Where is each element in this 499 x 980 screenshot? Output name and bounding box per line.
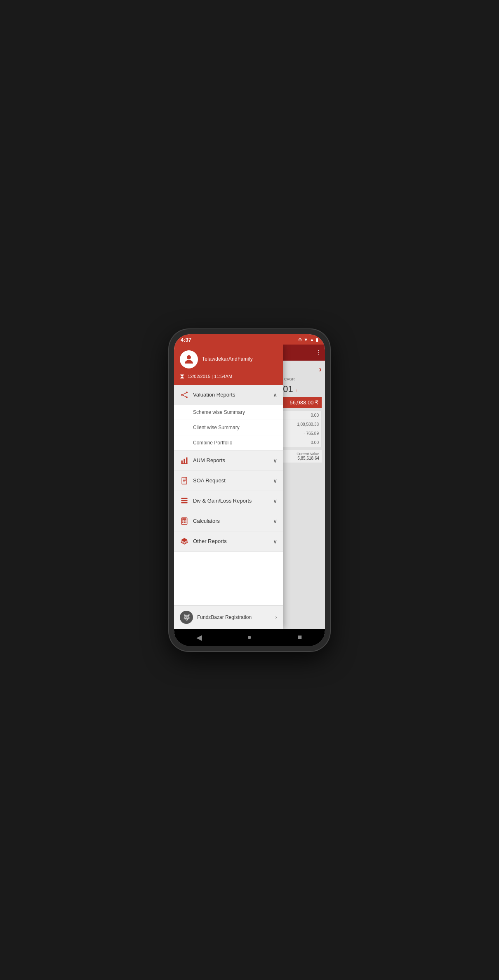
recents-button[interactable]: ■ — [294, 632, 305, 643]
wifi-icon: ▼ — [304, 337, 308, 342]
network-icon — [180, 390, 189, 399]
inbox-icon — [180, 496, 189, 505]
cagr-up-arrow-icon: ↑ — [296, 388, 298, 393]
scheme-wise-summary-item[interactable]: Scheme wise Summary — [174, 405, 283, 420]
layers-icon — [180, 537, 189, 546]
drawer-footer[interactable]: 🐺 FundzBazar Registration › — [174, 605, 283, 629]
menu-section-header-aum[interactable]: AUM Reports ∨ — [174, 451, 283, 470]
home-button[interactable]: ● — [244, 632, 255, 643]
drawer-header: TelawdekarAndFamily ⧗ 12/02/2015 | 11:54… — [174, 345, 283, 385]
menu-section-header-valuation[interactable]: Valuation Reports ∧ — [174, 385, 283, 405]
status-icons: ⊕ ▼ ▲ ▮ — [298, 337, 318, 342]
current-value-label: Current Value — [278, 452, 319, 456]
svg-rect-16 — [184, 520, 185, 522]
svg-point-0 — [187, 355, 191, 359]
svg-point-2 — [186, 392, 188, 393]
fundzbazar-label: FundzBazar Registration — [197, 614, 275, 620]
drawer-menu: Valuation Reports ∧ Scheme wise Summary … — [174, 385, 283, 605]
doc-icon — [180, 476, 189, 485]
status-bar: 4:37 ⊕ ▼ ▲ ▮ — [174, 334, 325, 345]
combine-portfolio-item[interactable]: Combine Portfolio — [174, 435, 283, 450]
svg-line-4 — [183, 393, 186, 394]
svg-point-3 — [186, 396, 188, 398]
screen-content: 4:37 ⊕ ▼ ▲ ▮ — [174, 334, 325, 646]
aum-chevron-icon: ∨ — [273, 457, 277, 464]
valuation-sub-items: Scheme wise Summary Client wise Summary … — [174, 405, 283, 450]
svg-rect-14 — [182, 518, 186, 520]
side-drawer: TelawdekarAndFamily ⧗ 12/02/2015 | 11:54… — [174, 345, 283, 629]
svg-rect-17 — [186, 520, 187, 522]
user-avatar-icon — [183, 353, 195, 366]
back-button[interactable]: ◀ — [194, 632, 205, 643]
signal-icon: ▲ — [310, 337, 314, 342]
other-reports-label: Other Reports — [193, 538, 273, 544]
battery-icon: ▮ — [316, 337, 318, 342]
menu-section-aum: AUM Reports ∨ — [174, 451, 283, 471]
drawer-user-row: TelawdekarAndFamily — [180, 350, 277, 368]
menu-section-header-div-gain[interactable]: Div & Gain/Loss Reports ∨ — [174, 491, 283, 511]
svg-rect-10 — [181, 498, 188, 499]
next-arrow-icon[interactable]: › — [319, 364, 322, 374]
soa-chevron-icon: ∨ — [273, 477, 277, 484]
nav-bar: ◀ ● ■ — [174, 629, 325, 646]
svg-rect-11 — [181, 500, 188, 501]
more-options-icon[interactable]: ⋮ — [315, 349, 322, 357]
other-reports-chevron-icon: ∨ — [273, 538, 277, 545]
current-value-amount: 5,85,618.64 — [278, 456, 319, 460]
svg-rect-19 — [184, 522, 185, 523]
datetime-label: 12/02/2015 | 11:54AM — [188, 374, 232, 379]
valuation-reports-label: Valuation Reports — [193, 392, 273, 398]
drawer-date-row: ⧗ 12/02/2015 | 11:54AM — [180, 373, 277, 380]
bar-chart-icon — [180, 456, 189, 465]
menu-section-valuation: Valuation Reports ∧ Scheme wise Summary … — [174, 385, 283, 451]
svg-rect-15 — [182, 520, 184, 522]
menu-section-header-calculators[interactable]: Calculators ∨ — [174, 511, 283, 531]
calculator-icon — [180, 517, 189, 526]
content-area: TelawdekarAndFamily ⧗ 12/02/2015 | 11:54… — [174, 345, 325, 629]
client-wise-summary-item[interactable]: Client wise Summary — [174, 420, 283, 435]
valuation-chevron-icon: ∧ — [273, 392, 277, 398]
phone-device: 4:37 ⊕ ▼ ▲ ▮ — [169, 329, 330, 651]
menu-section-other-reports: Other Reports ∨ — [174, 531, 283, 552]
menu-section-calculators: Calculators ∨ — [174, 511, 283, 531]
location-icon: ⊕ — [298, 337, 302, 342]
calculators-label: Calculators — [193, 518, 273, 524]
avatar — [180, 350, 198, 368]
svg-rect-18 — [182, 522, 184, 523]
menu-section-soa: SOA Request ∨ — [174, 471, 283, 491]
svg-point-1 — [181, 394, 183, 395]
menu-section-header-soa[interactable]: SOA Request ∨ — [174, 471, 283, 491]
svg-rect-8 — [186, 457, 187, 463]
calculators-chevron-icon: ∨ — [273, 518, 277, 524]
svg-rect-6 — [181, 460, 183, 464]
svg-rect-12 — [181, 502, 188, 503]
div-gain-chevron-icon: ∨ — [273, 498, 277, 504]
phone-screen: 4:37 ⊕ ▼ ▲ ▮ — [174, 334, 325, 646]
div-gain-loss-label: Div & Gain/Loss Reports — [193, 498, 273, 504]
menu-section-div-gain: Div & Gain/Loss Reports ∨ — [174, 491, 283, 511]
svg-rect-20 — [186, 522, 187, 523]
svg-rect-9 — [182, 477, 187, 484]
menu-section-header-other-reports[interactable]: Other Reports ∨ — [174, 531, 283, 551]
svg-line-5 — [183, 395, 186, 397]
aum-reports-label: AUM Reports — [193, 457, 273, 463]
soa-request-label: SOA Request — [193, 477, 273, 484]
fundzbazar-chevron-icon: › — [275, 614, 277, 620]
status-time: 4:37 — [181, 337, 191, 343]
fundzbazar-icon: 🐺 — [180, 611, 193, 624]
username-label: TelawdekarAndFamily — [202, 356, 253, 363]
datetime-icon: ⧗ — [180, 373, 184, 380]
svg-rect-7 — [184, 458, 185, 463]
